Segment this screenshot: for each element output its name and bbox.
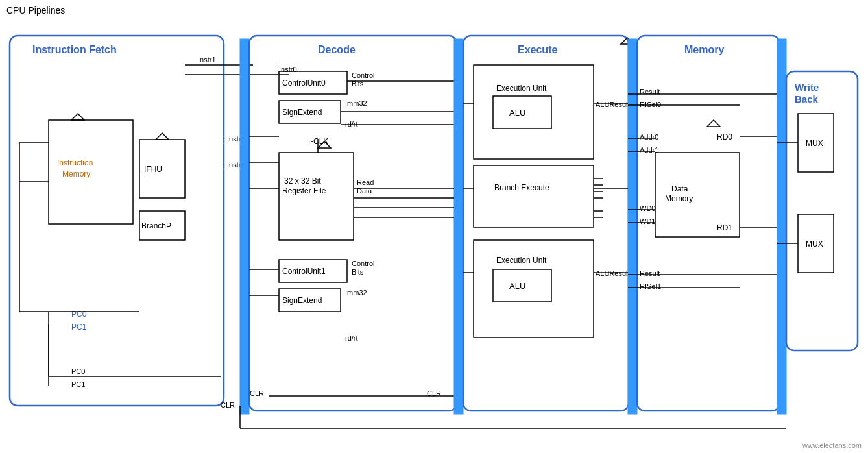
svg-text:Memory: Memory — [62, 169, 90, 178]
svg-text:PC0: PC0 — [71, 310, 87, 319]
svg-text:Instr1: Instr1 — [198, 56, 216, 64]
svg-marker-10 — [156, 133, 169, 140]
svg-text:Addr0: Addr0 — [640, 133, 658, 141]
cpu-pipeline-diagram: Instruction Fetch Instruction Memory IFH… — [0, 0, 868, 453]
svg-text:Memory: Memory — [684, 44, 724, 55]
svg-text:Branch Execute: Branch Execute — [494, 183, 549, 192]
svg-text:Data: Data — [671, 184, 688, 193]
svg-text:PC0: PC0 — [71, 367, 85, 375]
svg-text:PC1: PC1 — [71, 323, 87, 332]
svg-rect-73 — [628, 39, 637, 414]
svg-text:MUX: MUX — [806, 239, 823, 249]
svg-rect-19 — [240, 39, 249, 414]
svg-text:Write: Write — [795, 82, 819, 93]
svg-rect-66 — [474, 240, 594, 337]
svg-text:Instruction Fetch: Instruction Fetch — [32, 44, 117, 55]
svg-text:SignExtend: SignExtend — [282, 108, 322, 117]
svg-rect-100 — [777, 39, 786, 414]
svg-text:Imm32: Imm32 — [345, 289, 367, 297]
svg-text:ALU: ALU — [509, 281, 525, 291]
svg-text:Memory: Memory — [665, 194, 693, 203]
svg-rect-2 — [49, 120, 133, 224]
svg-text:32 x 32 Bit: 32 x 32 Bit — [284, 177, 321, 186]
svg-text:Result: Result — [640, 269, 660, 277]
svg-text:CLR: CLR — [427, 389, 441, 397]
svg-text:Back: Back — [795, 93, 819, 104]
svg-text:WD0: WD0 — [640, 204, 655, 212]
svg-text:RISel1: RISel1 — [640, 282, 661, 290]
svg-text:rd/rt: rd/rt — [345, 334, 358, 342]
svg-text:Read: Read — [357, 178, 374, 186]
svg-text:RD1: RD1 — [717, 223, 732, 232]
svg-text:ControlUnit1: ControlUnit1 — [282, 267, 326, 276]
svg-rect-58 — [474, 165, 594, 227]
svg-text:~CLK: ~CLK — [309, 137, 328, 146]
svg-text:Instruction: Instruction — [57, 158, 93, 167]
svg-text:rd/rt: rd/rt — [345, 120, 358, 128]
watermark: www.elecfans.com — [802, 441, 862, 449]
svg-text:PC1: PC1 — [71, 380, 85, 388]
svg-text:CLR: CLR — [250, 389, 264, 397]
svg-text:IFHU: IFHU — [144, 165, 162, 174]
svg-text:SignExtend: SignExtend — [282, 296, 322, 305]
svg-text:Bits: Bits — [352, 268, 364, 276]
svg-text:Imm32: Imm32 — [345, 99, 367, 107]
svg-text:Control: Control — [352, 71, 374, 79]
svg-text:BranchP: BranchP — [141, 221, 171, 230]
svg-rect-32 — [279, 153, 354, 240]
svg-rect-20 — [249, 36, 457, 411]
svg-marker-9 — [71, 114, 84, 120]
svg-text:ALUResult: ALUResult — [596, 269, 630, 277]
svg-text:ControlUnit0: ControlUnit0 — [282, 79, 326, 88]
svg-text:Execute: Execute — [518, 44, 557, 55]
svg-text:MUX: MUX — [806, 139, 823, 148]
svg-text:CLR: CLR — [221, 401, 235, 409]
svg-text:Control: Control — [352, 260, 374, 267]
svg-text:RISel0: RISel0 — [640, 101, 661, 108]
svg-text:Execution Unit: Execution Unit — [496, 256, 547, 265]
svg-rect-51 — [454, 39, 463, 414]
svg-text:RD0: RD0 — [717, 132, 732, 141]
svg-text:ALU: ALU — [509, 108, 525, 117]
svg-text:WD1: WD1 — [640, 217, 655, 225]
svg-text:Execution Unit: Execution Unit — [496, 84, 547, 93]
svg-marker-81 — [707, 120, 720, 127]
svg-text:ALUResult: ALUResult — [596, 101, 630, 108]
svg-rect-54 — [474, 65, 594, 159]
svg-text:Decode: Decode — [318, 44, 356, 55]
svg-rect-0 — [10, 36, 224, 406]
svg-text:Register File: Register File — [282, 186, 326, 195]
svg-text:Instr0: Instr0 — [279, 66, 297, 73]
